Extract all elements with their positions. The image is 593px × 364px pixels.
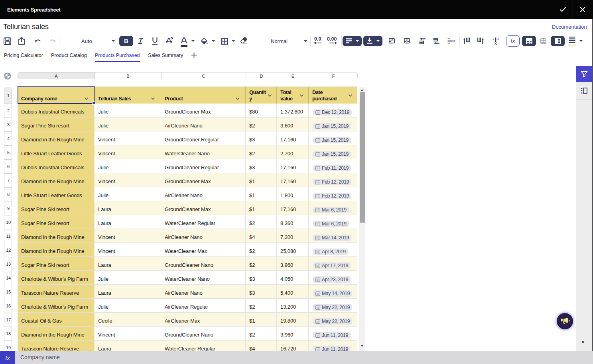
svg-text:0.00: 0.00 [327,36,337,42]
svg-text:0.0: 0.0 [314,36,321,42]
